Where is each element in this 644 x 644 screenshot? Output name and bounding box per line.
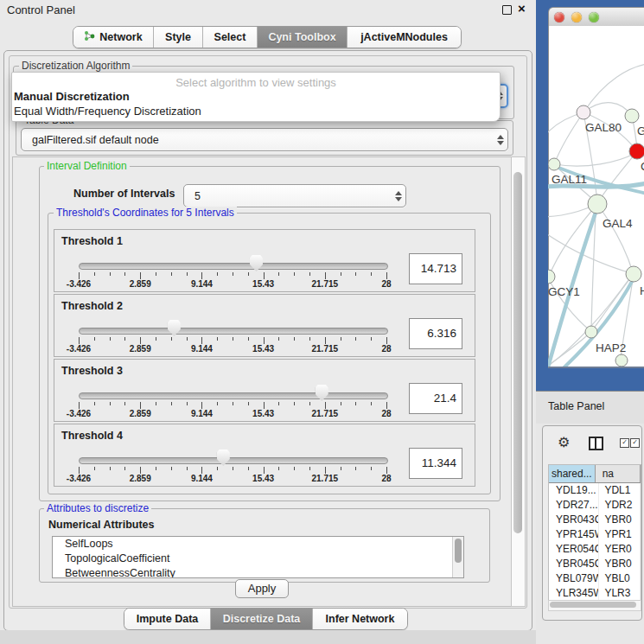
- table-row[interactable]: YBR043CYBR0: [549, 513, 641, 527]
- table-row[interactable]: YLR345WYLR3: [549, 586, 641, 601]
- table-column-header[interactable]: na: [596, 465, 641, 482]
- threshold-value-input[interactable]: 6.316: [409, 318, 462, 349]
- network-window-titlebar[interactable]: [548, 7, 644, 28]
- zoom-traffic-light-icon[interactable]: [589, 12, 599, 22]
- tick-mark: [264, 467, 265, 474]
- network-node[interactable]: [626, 266, 641, 282]
- algorithm-option[interactable]: Equal Width/Frequency Discretization: [14, 105, 201, 118]
- network-node[interactable]: [625, 109, 639, 123]
- tick-mark: [371, 402, 372, 405]
- tick-mark: [110, 272, 111, 276]
- tab-discretize-data[interactable]: Discretize Data: [211, 609, 313, 629]
- threshold-value-input[interactable]: 11.344: [409, 448, 462, 479]
- tab-infer-network[interactable]: Infer Network: [313, 609, 407, 629]
- minimize-traffic-light-icon[interactable]: [571, 12, 582, 22]
- tick-mark: [309, 337, 310, 341]
- attributes-list[interactable]: SelfLoopsTopologicalCoefficientBetweenne…: [52, 536, 464, 578]
- threshold-slider-track[interactable]: [79, 457, 388, 464]
- threshold-slider-track[interactable]: [79, 263, 388, 270]
- threshold-value-input[interactable]: 21.4: [409, 383, 462, 414]
- float-window-icon[interactable]: [502, 5, 512, 15]
- table-row[interactable]: YER054CYER0: [549, 542, 641, 557]
- list-scrollbar-thumb[interactable]: [455, 539, 462, 563]
- tab-network[interactable]: Network: [73, 27, 154, 48]
- horizontal-scrollbar-thumb[interactable]: [550, 602, 636, 608]
- table-data-combobox[interactable]: galFiltered.sif default node: [21, 128, 508, 151]
- tick-mark: [140, 272, 141, 279]
- network-node[interactable]: [629, 143, 644, 159]
- tab-cyni-toolbox[interactable]: Cyni Toolbox: [258, 27, 348, 48]
- tick-mark: [278, 337, 279, 341]
- tick-mark: [79, 467, 80, 474]
- tab-label: jActiveMNodules: [360, 31, 448, 43]
- table-cell: YPR145W: [549, 527, 599, 542]
- tick-mark: [233, 402, 233, 405]
- number-of-intervals-select[interactable]: 5: [183, 184, 406, 207]
- table-cell: YDR2: [599, 498, 641, 513]
- threshold-slider-track[interactable]: [79, 328, 388, 335]
- tick-mark: [248, 337, 249, 341]
- node-table[interactable]: shared...na YDL19...YDL1YDR27...YDR2YBR0…: [548, 464, 641, 601]
- list-scrollbar[interactable]: [452, 537, 463, 577]
- tick-mark: [355, 337, 356, 341]
- tick-mark: [294, 337, 295, 341]
- tick-mark: [341, 467, 341, 470]
- tick-mark: [94, 337, 95, 341]
- table-subpanel: ⚙ ✓ ✓ shared...na YDL19...YDL1YDR27...YD…: [542, 425, 642, 621]
- network-edge: [591, 214, 596, 330]
- network-node[interactable]: [548, 158, 560, 170]
- tab-jactivemnodules[interactable]: jActiveMNodules: [348, 27, 461, 48]
- table-row[interactable]: YPR145WYPR1: [549, 527, 641, 542]
- tick-mark: [156, 467, 156, 470]
- tick-mark: [156, 337, 156, 341]
- horizontal-scrollbar[interactable]: [548, 600, 641, 611]
- apply-button[interactable]: Apply: [235, 579, 289, 598]
- threshold-label: Threshold 2: [61, 300, 123, 312]
- tab-style[interactable]: Style: [154, 27, 203, 48]
- close-icon[interactable]: ×: [518, 1, 526, 16]
- network-node[interactable]: [615, 354, 628, 367]
- columns-icon[interactable]: [589, 437, 603, 450]
- tick-mark: [355, 402, 356, 405]
- table-row[interactable]: YBL079WYBL0: [549, 571, 641, 586]
- tab-select[interactable]: Select: [203, 27, 258, 48]
- network-node[interactable]: [588, 194, 607, 214]
- attribute-item[interactable]: BetweennessCentrality: [53, 566, 463, 578]
- table-column-header[interactable]: shared...: [549, 465, 596, 482]
- attributes-group-title: Attributes to discretize: [44, 502, 151, 514]
- checkbox-icon[interactable]: ✓: [630, 438, 640, 448]
- table-data-value: galFiltered.sif default node: [22, 134, 494, 146]
- threshold-slider-track[interactable]: [79, 392, 388, 399]
- combo-stepper-icon: [392, 191, 405, 201]
- tick-mark: [187, 337, 188, 341]
- close-traffic-light-icon[interactable]: [554, 12, 564, 22]
- algorithm-option[interactable]: Manual Discretization: [14, 90, 130, 103]
- network-node[interactable]: [548, 270, 555, 284]
- attribute-item[interactable]: SelfLoops: [53, 537, 463, 552]
- network-graph[interactable]: GAL80GACGAL11GAL4GCY1HHAP2: [548, 26, 644, 367]
- network-node-label: HAP2: [596, 341, 626, 354]
- attribute-item[interactable]: TopologicalCoefficient: [53, 552, 463, 566]
- combo-stepper-icon: [494, 135, 507, 145]
- network-node[interactable]: [577, 105, 590, 119]
- network-icon: [84, 30, 95, 44]
- table-row[interactable]: YDR27...YDR2: [549, 498, 641, 513]
- panel-title: Control Panel: [7, 3, 75, 16]
- network-node-label: C: [641, 160, 644, 173]
- tick-label: 28: [381, 409, 391, 418]
- tick-mark: [217, 337, 218, 341]
- table-row[interactable]: YDL19...YDL1: [549, 483, 641, 498]
- checkbox-icon[interactable]: ✓: [620, 438, 629, 448]
- gear-icon[interactable]: ⚙: [558, 434, 570, 450]
- tick-label: 28: [381, 279, 391, 289]
- network-node[interactable]: [585, 326, 597, 338]
- tick-mark: [201, 272, 202, 279]
- tick-mark: [110, 402, 111, 405]
- network-edge: [583, 103, 632, 116]
- threshold-value-input[interactable]: 14.713: [409, 253, 462, 284]
- vertical-scrollbar[interactable]: [511, 156, 526, 607]
- vertical-scrollbar-thumb[interactable]: [513, 172, 522, 533]
- table-row[interactable]: YBR045CYBR0: [549, 557, 641, 571]
- tick-mark: [248, 467, 249, 470]
- tab-impute-data[interactable]: Impute Data: [124, 609, 211, 629]
